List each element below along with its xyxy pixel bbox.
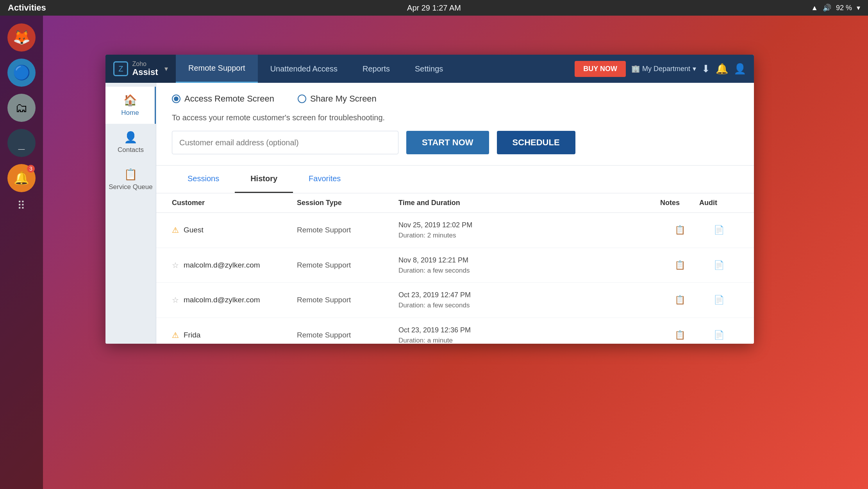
sidebar: 🏠 Home 👤 Contacts 📋 Service Queue: [105, 83, 156, 344]
table-header: Customer Session Type Time and Duration …: [156, 193, 754, 213]
building-icon: 🏢: [631, 64, 640, 73]
warning-icon: ⚠: [172, 225, 179, 235]
nav-items: Remote Support Unattended Access Reports…: [176, 55, 567, 83]
schedule-button[interactable]: SCHEDULE: [497, 131, 575, 154]
table-row: ☆ malcolm.d@zylker.com Remote Support No…: [156, 248, 754, 283]
warning-icon: ⚠: [172, 330, 179, 340]
datetime: Apr 29 1:27 AM: [407, 4, 461, 12]
table-row: ☆ malcolm.d@zylker.com Remote Support Oc…: [156, 283, 754, 318]
form-row: START NOW SCHEDULE: [172, 131, 738, 154]
table-row: ⚠ Guest Remote Support Nov 25, 2019 12:0…: [156, 213, 754, 248]
radio-share-screen[interactable]: Share My Screen: [298, 94, 377, 104]
nav-item-settings[interactable]: Settings: [402, 55, 455, 83]
sidebar-item-home[interactable]: 🏠 Home: [105, 87, 156, 124]
customer-cell: ⚠ Frida: [172, 330, 297, 340]
logo-text: Zoho Assist: [132, 61, 158, 77]
user-icon[interactable]: 👤: [734, 63, 746, 75]
radio-group: Access Remote Screen Share My Screen: [172, 94, 738, 104]
activities-label: Activities: [8, 3, 46, 13]
top-section: Access Remote Screen Share My Screen To …: [156, 83, 754, 166]
queue-icon: 📋: [124, 168, 138, 181]
sidebar-item-contacts[interactable]: 👤 Contacts: [105, 124, 156, 161]
assist-label: Assist: [132, 68, 158, 77]
system-tray: ▲ 🔊 92 % ▾: [811, 4, 860, 12]
zoho-label: Zoho: [132, 61, 158, 68]
download-icon[interactable]: ⬇: [702, 63, 710, 75]
notes-icon-row1[interactable]: 📋: [675, 260, 685, 270]
notes-icon-row2[interactable]: 📋: [675, 295, 685, 305]
tab-favorites[interactable]: Favorites: [293, 166, 356, 193]
terminal-icon[interactable]: _: [7, 129, 36, 157]
email-input[interactable]: [172, 131, 398, 154]
tabs-row: Sessions History Favorites: [156, 166, 754, 193]
contacts-icon: 👤: [124, 131, 138, 144]
table-row: ⚠ Frida Remote Support Oct 23, 2019 12:3…: [156, 318, 754, 344]
firefox-icon[interactable]: 🦊: [7, 23, 36, 52]
bottom-section: Sessions History Favorites Customer Sess…: [156, 166, 754, 344]
nav-item-reports[interactable]: Reports: [350, 55, 402, 83]
audit-icon-row0[interactable]: 📄: [714, 225, 724, 235]
wifi-icon: ▲: [811, 4, 818, 12]
sidebar-item-service-queue[interactable]: 📋 Service Queue: [105, 161, 156, 198]
buy-now-button[interactable]: BUY NOW: [575, 61, 626, 77]
files-icon[interactable]: 🗂: [7, 94, 36, 122]
app-grid-icon[interactable]: ⠿: [17, 199, 26, 212]
chromium-icon[interactable]: 🔵: [7, 59, 36, 87]
logo-dropdown-icon[interactable]: ▾: [164, 64, 168, 73]
radio-circle-access: [172, 95, 180, 103]
nav-item-unattended-access[interactable]: Unattended Access: [258, 55, 350, 83]
department-button[interactable]: 🏢 My Department ▾: [631, 64, 696, 73]
logo-icon: Z: [113, 61, 128, 76]
notes-icon-row3[interactable]: 📋: [675, 330, 685, 340]
customer-cell: ⚠ Guest: [172, 225, 297, 235]
description-text: To access your remote customer's screen …: [172, 113, 738, 122]
nav-right: BUY NOW 🏢 My Department ▾ ⬇ 🔔 👤: [567, 61, 754, 77]
notes-icon-row0[interactable]: 📋: [675, 225, 685, 235]
app-body: 🏠 Home 👤 Contacts 📋 Service Queue Access…: [105, 83, 754, 344]
app-window: Z Zoho Assist ▾ Remote Support Unattende…: [105, 55, 754, 344]
main-content: Access Remote Screen Share My Screen To …: [156, 83, 754, 344]
star-icon: ☆: [172, 295, 179, 305]
radio-access-remote[interactable]: Access Remote Screen: [172, 94, 274, 104]
department-chevron-icon: ▾: [693, 64, 696, 73]
volume-icon: 🔊: [823, 4, 831, 12]
audit-icon-row1[interactable]: 📄: [714, 260, 724, 270]
tab-sessions[interactable]: Sessions: [172, 166, 235, 193]
nav-item-remote-support[interactable]: Remote Support: [176, 55, 258, 83]
notification-icon[interactable]: 🔔 3: [7, 164, 36, 192]
radio-circle-share: [298, 95, 306, 103]
notification-badge: 3: [27, 165, 35, 173]
star-icon: ☆: [172, 261, 179, 270]
chevron-down-icon: ▾: [857, 4, 860, 12]
audit-icon-row2[interactable]: 📄: [714, 295, 724, 305]
notification-bell-icon[interactable]: 🔔: [716, 63, 728, 75]
taskbar: 🦊 🔵 🗂 _ 🔔 3 ⠿: [0, 16, 43, 489]
customer-cell: ☆ malcolm.d@zylker.com: [172, 261, 297, 270]
app-nav: Z Zoho Assist ▾ Remote Support Unattende…: [105, 55, 754, 83]
home-icon: 🏠: [123, 94, 137, 107]
start-now-button[interactable]: START NOW: [406, 131, 489, 154]
system-bar: Activities Apr 29 1:27 AM ▲ 🔊 92 % ▾: [0, 0, 868, 16]
customer-cell: ☆ malcolm.d@zylker.com: [172, 295, 297, 305]
audit-icon-row3[interactable]: 📄: [714, 330, 724, 340]
battery-label: 92 %: [836, 4, 852, 12]
app-logo: Z Zoho Assist ▾: [105, 55, 176, 83]
tab-history[interactable]: History: [235, 166, 293, 193]
